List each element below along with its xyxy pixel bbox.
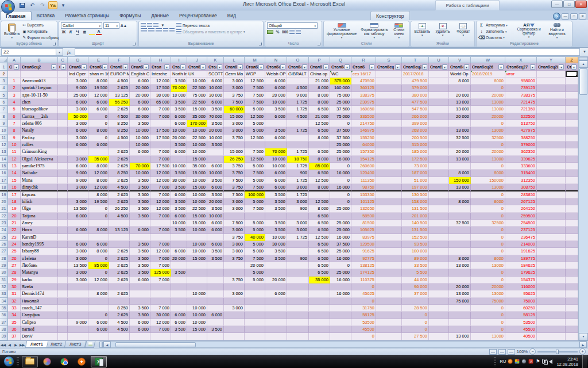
- cell-K10[interactable]: 20 000: [207, 127, 224, 134]
- cell-Y4[interactable]: [537, 85, 566, 91]
- filter-cell-V1[interactable]: Столбе▾: [449, 63, 471, 71]
- cell-B23[interactable]: Zmey: [21, 220, 58, 227]
- cell-D15[interactable]: 6 000: [68, 163, 88, 170]
- cell-Z30[interactable]: [566, 269, 578, 276]
- cell-P19[interactable]: [309, 191, 330, 198]
- cell-C23[interactable]: [58, 220, 68, 227]
- row-header-17[interactable]: 17: [0, 177, 8, 184]
- cell-X4[interactable]: 739125: [505, 85, 537, 91]
- cell-Y9[interactable]: [537, 120, 566, 127]
- cell-Q27[interactable]: 25 000: [330, 248, 351, 255]
- cell-B27[interactable]: Izbany88: [21, 248, 58, 255]
- filter-cell-U1[interactable]: Столб▾: [429, 63, 449, 71]
- alignment-dialog-launcher[interactable]: [259, 43, 262, 45]
- zoom-slider[interactable]: [537, 351, 578, 352]
- cell-D33[interactable]: [68, 290, 88, 297]
- cell-S27[interactable]: [376, 248, 402, 255]
- cell-Z23[interactable]: [566, 220, 578, 227]
- cell-J20[interactable]: 10 000: [187, 198, 207, 205]
- cell-R10[interactable]: 146975: [351, 127, 376, 134]
- row-header-1[interactable]: 1: [0, 63, 8, 71]
- cell-J16[interactable]: 15 000: [187, 170, 207, 177]
- cell-Q38[interactable]: [330, 326, 351, 333]
- cell-V20[interactable]: 8 000: [449, 198, 471, 205]
- cell-O11[interactable]: [287, 135, 309, 141]
- row-header-37[interactable]: 37: [0, 319, 8, 326]
- cell-Z18[interactable]: [566, 184, 578, 191]
- cell-W38[interactable]: 0: [471, 326, 505, 333]
- filter-dropdown-R[interactable]: ▾: [369, 64, 374, 70]
- cell-T37[interactable]: 0: [402, 319, 429, 326]
- cell-N12[interactable]: [265, 141, 287, 148]
- cell-H25[interactable]: [150, 234, 171, 241]
- row-header-7[interactable]: 7: [0, 106, 8, 113]
- cell-R39[interactable]: 0: [351, 333, 376, 340]
- cell-C34[interactable]: [58, 298, 68, 305]
- cell-Y14[interactable]: [537, 156, 566, 163]
- cell-R30[interactable]: 174125: [351, 269, 376, 276]
- cell-L28[interactable]: 3 750: [224, 255, 245, 262]
- cell-D34[interactable]: [68, 298, 88, 305]
- cell-O6[interactable]: 1 725: [287, 99, 309, 106]
- row-header-9[interactable]: 9: [0, 120, 8, 127]
- cell-Z6[interactable]: [566, 99, 578, 106]
- cell-T5[interactable]: 380 000: [402, 92, 429, 99]
- cell-C38[interactable]: [58, 326, 68, 333]
- cell-P20[interactable]: 12 500: [309, 198, 330, 205]
- cell-D39[interactable]: [68, 333, 88, 340]
- cell-F9[interactable]: 8 250: [109, 120, 130, 127]
- filter-dropdown-K[interactable]: ▾: [217, 64, 222, 70]
- row-header-4[interactable]: 4: [0, 85, 8, 91]
- cell-G24[interactable]: 6 000: [130, 227, 150, 233]
- cell-J15[interactable]: 35 000: [187, 163, 207, 170]
- cell-C30[interactable]: [58, 269, 68, 276]
- cell-H9[interactable]: [150, 120, 171, 127]
- cell-W25[interactable]: 0: [471, 234, 505, 241]
- cell-N24[interactable]: 3 500: [265, 227, 287, 233]
- start-button[interactable]: [3, 356, 14, 367]
- cell-T12[interactable]: 315 000: [402, 141, 429, 148]
- cell-O26[interactable]: [287, 241, 309, 248]
- cell-D20[interactable]: 3 000: [68, 198, 88, 205]
- cell-M16[interactable]: 7 500: [245, 170, 265, 177]
- cell-E21[interactable]: 0: [88, 205, 109, 212]
- filter-dropdown-Y[interactable]: ▾: [559, 64, 564, 70]
- cell-Z32[interactable]: [566, 283, 578, 290]
- cell-N16[interactable]: 6 000: [265, 170, 287, 177]
- cell-N3[interactable]: 6 000: [265, 78, 287, 85]
- cell-R25[interactable]: 83975: [351, 234, 376, 241]
- cell-N28[interactable]: 3 500: [265, 255, 287, 262]
- orientation-button[interactable]: ▾: [160, 22, 166, 28]
- cell-L20[interactable]: 3 000: [224, 198, 245, 205]
- cell-T14[interactable]: 172 500: [402, 156, 429, 163]
- cell-V6[interactable]: 13 000: [449, 99, 471, 106]
- cell-C15[interactable]: [58, 163, 68, 170]
- cell-B22[interactable]: Tatjana: [21, 213, 58, 220]
- help-button[interactable]: ?: [553, 13, 560, 20]
- cell-S28[interactable]: [376, 255, 402, 262]
- cell-V26[interactable]: [449, 241, 471, 248]
- cell-K30[interactable]: [207, 269, 224, 276]
- cell-A19[interactable]: 17: [8, 191, 21, 198]
- cell-T32[interactable]: 96 000: [402, 283, 429, 290]
- cell-T18[interactable]: 197 000: [402, 184, 429, 191]
- cell-U4[interactable]: [429, 85, 449, 91]
- cell-L33[interactable]: 3 000: [224, 290, 245, 297]
- cell-A10[interactable]: 8: [8, 127, 21, 134]
- cell-A33[interactable]: 31: [8, 290, 21, 297]
- cell-Y24[interactable]: [537, 227, 566, 233]
- cell-T25[interactable]: 152 500: [402, 234, 429, 241]
- cell-Z17[interactable]: [566, 177, 578, 184]
- cell-T4[interactable]: 379 000: [402, 85, 429, 91]
- cell-J7[interactable]: 15 000: [187, 106, 207, 113]
- cell-C37[interactable]: [58, 319, 68, 326]
- cell-E6[interactable]: 6 000: [88, 99, 109, 106]
- cell-S4[interactable]: [376, 85, 402, 91]
- filter-cell-Y1[interactable]: Столбец28▾: [537, 63, 566, 71]
- cell-L18[interactable]: 3 750: [224, 184, 245, 191]
- cell-X6[interactable]: 721475: [505, 99, 537, 106]
- cell-B31[interactable]: karhu: [21, 277, 58, 283]
- cell-H36[interactable]: 30 000: [150, 312, 171, 319]
- cell-N23[interactable]: 3 500: [265, 220, 287, 227]
- cell-E13[interactable]: [88, 148, 109, 155]
